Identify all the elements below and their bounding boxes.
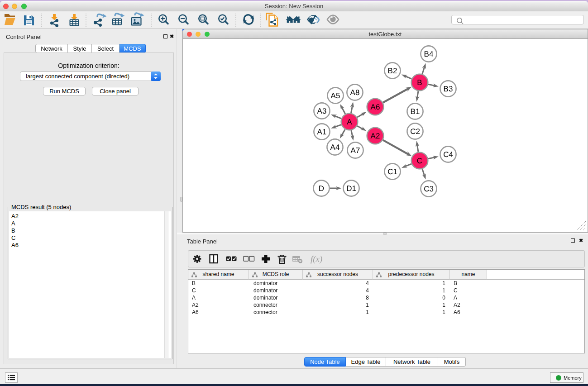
svg-text:A7: A7 xyxy=(351,146,360,155)
svg-text:A3: A3 xyxy=(317,107,327,115)
svg-text:D1: D1 xyxy=(346,184,356,193)
svg-text:C3: C3 xyxy=(424,185,434,193)
svg-text:C1: C1 xyxy=(387,167,397,176)
svg-text:B2: B2 xyxy=(388,67,397,75)
svg-text:C2: C2 xyxy=(410,127,420,136)
svg-text:B3: B3 xyxy=(444,85,453,93)
svg-text:B1: B1 xyxy=(411,107,420,116)
svg-text:C: C xyxy=(417,157,422,165)
svg-text:A4: A4 xyxy=(330,143,340,152)
svg-text:B4: B4 xyxy=(424,50,434,58)
svg-text:A2: A2 xyxy=(371,132,380,140)
svg-text:A: A xyxy=(347,118,352,126)
svg-text:A8: A8 xyxy=(350,88,360,97)
svg-text:B: B xyxy=(417,78,422,87)
svg-text:C4: C4 xyxy=(443,150,453,159)
svg-text:D: D xyxy=(319,184,324,193)
svg-text:A5: A5 xyxy=(331,91,340,100)
svg-text:A6: A6 xyxy=(371,103,380,111)
svg-text:A1: A1 xyxy=(317,128,327,136)
svg-text:f(x): f(x) xyxy=(311,254,322,264)
